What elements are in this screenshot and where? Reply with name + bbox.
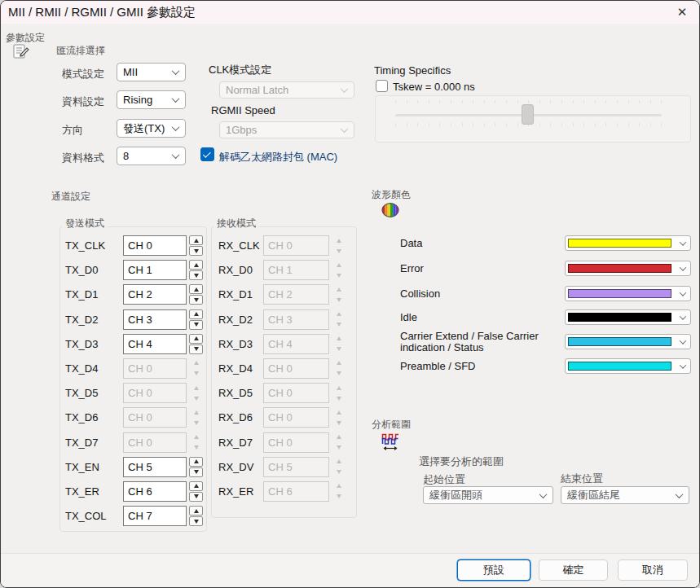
waveform-color-name: Preamble / SFD [400, 361, 563, 372]
chevron-down-icon [680, 289, 686, 296]
chevron-down-icon [539, 490, 548, 498]
waveform-color-name: Idle [400, 312, 563, 323]
analysis-instruction: 選擇要分析的範圍 [419, 454, 504, 469]
waveform-color-row: Carrier Extend / False Carrier indicatio… [400, 334, 691, 349]
color-swatch [568, 337, 671, 346]
color-swatch [568, 239, 671, 248]
analysis-range-label: 分析範圍 [372, 418, 411, 432]
chevron-down-icon [680, 313, 686, 319]
color-select[interactable] [565, 309, 691, 325]
cancel-button[interactable]: 取消 [618, 559, 688, 581]
waveform-color-name: Collision [400, 288, 563, 300]
chevron-down-icon [676, 490, 684, 498]
waveform-color-row: Preamble / SFD [400, 358, 691, 374]
waveform-color-row: Error [400, 261, 691, 276]
color-select[interactable] [565, 358, 691, 374]
start-position-select[interactable]: 緩衝區開頭 [423, 486, 553, 504]
color-select[interactable] [565, 334, 691, 349]
color-swatch [568, 313, 671, 322]
end-position-select[interactable]: 緩衝區結尾 [561, 486, 689, 504]
end-position-label: 結束位置 [561, 472, 603, 486]
waveform-color-name: Carrier Extend / False Carrier indicatio… [400, 331, 563, 353]
waveform-color-row: Idle [400, 309, 691, 325]
chevron-down-icon [680, 362, 686, 368]
color-select[interactable] [565, 286, 691, 301]
waveform-range-icon [381, 432, 399, 451]
color-select[interactable] [565, 261, 691, 276]
ok-button[interactable]: 確定 [539, 559, 608, 581]
color-swatch [568, 264, 671, 273]
waveform-color-row: Collision [400, 286, 691, 301]
color-select[interactable] [565, 235, 691, 251]
chevron-down-icon [680, 264, 686, 270]
chevron-down-icon [680, 239, 686, 245]
dialog-window: MII / RMII / RGMII / GMII 參數設定 ✕ 參數設定 匯流… [0, 0, 700, 588]
waveform-color-name: Error [400, 263, 563, 274]
start-position-label: 起始位置 [423, 472, 465, 487]
footer-bar: 預設 確定 取消 [1, 553, 699, 588]
waveform-color-row: Data [400, 235, 691, 251]
color-swatch [568, 362, 671, 371]
chevron-down-icon [680, 337, 686, 344]
default-button[interactable]: 預設 [457, 559, 531, 581]
color-swatch [568, 289, 671, 298]
waveform-color-name: Data [400, 238, 563, 249]
